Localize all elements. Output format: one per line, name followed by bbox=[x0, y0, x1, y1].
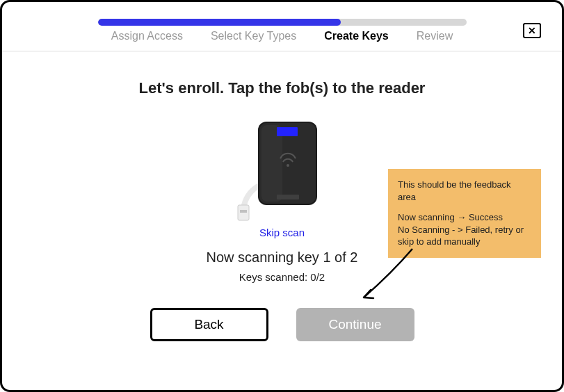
step-assign-access[interactable]: Assign Access bbox=[111, 30, 183, 42]
svg-rect-5 bbox=[277, 127, 298, 136]
header-area: Assign Access Select Key Types Create Ke… bbox=[2, 2, 562, 42]
svg-rect-1 bbox=[240, 210, 247, 213]
dialog-window: Assign Access Select Key Types Create Ke… bbox=[0, 0, 564, 392]
scan-count-text: Keys scanned: 0/2 bbox=[16, 271, 548, 283]
svg-rect-7 bbox=[277, 195, 299, 199]
step-list: Assign Access Select Key Types Create Ke… bbox=[16, 30, 548, 42]
svg-point-6 bbox=[287, 164, 289, 167]
skip-scan-link[interactable]: Skip scan bbox=[259, 227, 305, 238]
annotation-line-2: Now scanning → Success No Scanning - > F… bbox=[398, 211, 531, 248]
progress-bar bbox=[98, 19, 467, 26]
button-row: Back Continue bbox=[16, 308, 548, 341]
page-title: Let's enroll. Tap the fob(s) to the read… bbox=[16, 79, 548, 97]
annotation-note: This should be the feedback area Now sca… bbox=[388, 169, 541, 258]
svg-rect-4 bbox=[261, 125, 282, 202]
annotation-line-1: This should be the feedback area bbox=[398, 179, 531, 203]
step-select-key-types[interactable]: Select Key Types bbox=[211, 30, 296, 42]
close-button[interactable]: ✕ bbox=[523, 23, 541, 38]
step-create-keys[interactable]: Create Keys bbox=[324, 30, 389, 42]
back-button[interactable]: Back bbox=[150, 308, 268, 341]
reader-device-icon bbox=[234, 118, 331, 222]
close-icon: ✕ bbox=[528, 25, 536, 36]
continue-button[interactable]: Continue bbox=[296, 308, 414, 341]
step-review[interactable]: Review bbox=[417, 30, 453, 42]
progress-fill bbox=[98, 19, 341, 26]
